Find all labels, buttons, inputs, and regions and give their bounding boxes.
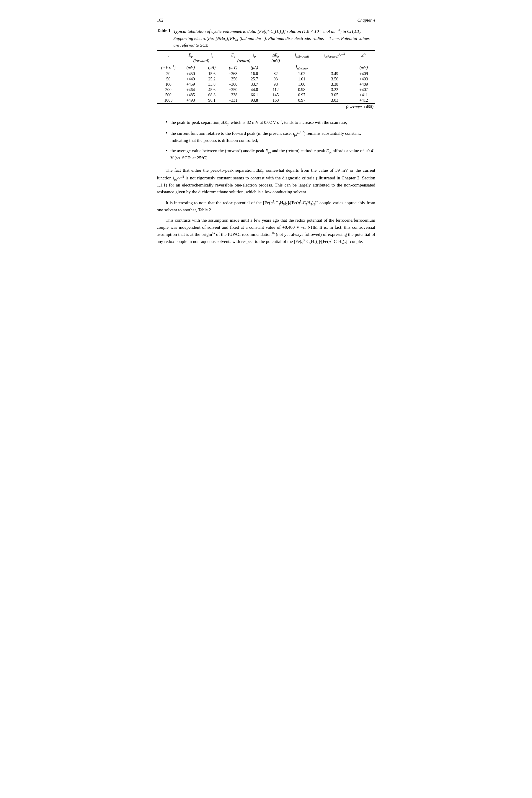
table-section: Table 1 Typical tabulation of cyclic vol… [157,28,375,110]
bullet-item-2: the current function relative to the for… [166,130,375,144]
page-number: 162 [157,18,164,23]
col-subheader-e0 [352,58,375,64]
col-header-ep2: Ep [223,51,244,58]
table-row: 100 +459 33.8 +360 33.7 98 1.00 3.38 +40… [157,82,375,87]
bullet-item-3: the average value between the (forward) … [166,147,375,161]
body-paragraph-2: It is interesting to note that the redox… [157,199,375,214]
bullet-list: the peak-to-peak separation, ΔEp, which … [166,119,375,161]
unit-ep1: (mV) [180,64,201,71]
table-caption: Typical tabulation of cyclic voltammetri… [174,28,375,49]
unit-ipf: ip(return) [286,64,317,71]
col-header-ip2: ip [244,51,265,58]
col-header-ipf: ip(forward) [286,51,317,58]
col-subheader-ipf [286,58,317,64]
col-header-v: v [157,51,180,58]
table-row: 500 +485 68.3 +338 66.1 145 0.97 3.05 +4… [157,92,375,98]
average-note: (average: +408) [157,104,375,110]
unit-ipfv [317,64,352,71]
col-subheader-return: (return) [223,58,265,64]
col-header-ipfv: ip(forward)/v1/2 [317,51,352,58]
col-header-ip1: ip [201,51,223,58]
col-subheader-dep: (mV) [265,58,286,64]
bullet-item-1: the peak-to-peak separation, ΔEp, which … [166,119,375,126]
table-row: 20 +450 15.6 +368 16.0 82 1.02 3.49 +409 [157,71,375,77]
col-header-dep: ΔEp [265,51,286,58]
body-paragraph-3: This contrasts with the assumption made … [157,217,375,245]
unit-ip1: (μA) [201,64,223,71]
unit-e0: (mV) [352,64,375,71]
col-header-ep1: Ep [180,51,201,58]
col-subheader-forward: (forward) [180,58,223,64]
table-row: 200 +464 45.6 +350 44.8 112 0.98 3.22 +4… [157,87,375,92]
table-row: 50 +449 25.2 +356 25.7 93 1.01 3.56 +403 [157,76,375,82]
unit-v: (mV s−1) [157,64,180,71]
unit-dep [265,64,286,71]
col-subheader-v [157,58,180,64]
unit-ep2: (mV) [223,64,244,71]
data-table: v Ep ip Ep ip ΔEp ip(forward) ip(forward… [157,50,375,110]
body-paragraph-1: The fact that either the peak-to-peak se… [157,167,375,196]
col-header-e0: Eo/ [352,51,375,58]
col-subheader-ipfv [317,58,352,64]
table-row: 1003 +493 96.1 +331 93.8 160 0.97 3.03 +… [157,98,375,104]
chapter-title: Chapter 4 [358,18,375,23]
unit-ip2: (μA) [244,64,265,71]
table-label: Table 1 [157,28,171,33]
